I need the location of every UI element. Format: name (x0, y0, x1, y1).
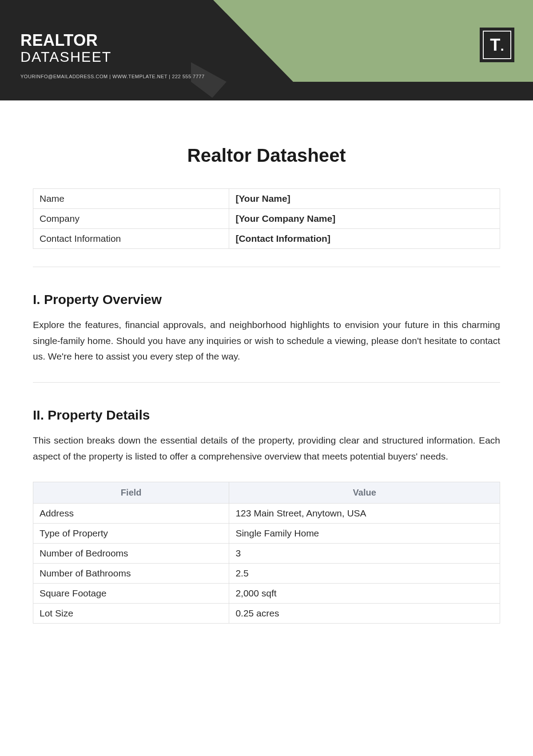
section-heading-overview: I. Property Overview (33, 292, 500, 307)
divider (33, 382, 500, 383)
section-body-details: This section breaks down the essential d… (33, 432, 500, 464)
logo-icon: T. (483, 31, 511, 59)
table-row: Lot Size 0.25 acres (33, 604, 500, 624)
detail-label: Type of Property (33, 524, 229, 544)
table-row: Square Footage 2,000 sqft (33, 584, 500, 604)
column-header-value: Value (229, 482, 500, 504)
detail-value: 2,000 sqft (229, 584, 500, 604)
column-header-field: Field (33, 482, 229, 504)
detail-label: Square Footage (33, 584, 229, 604)
table-row: Type of Property Single Family Home (33, 524, 500, 544)
info-value: [Contact Information] (229, 229, 500, 249)
table-row: Company [Your Company Name] (33, 209, 500, 229)
document-body: Realtor Datasheet Name [Your Name] Compa… (0, 100, 533, 624)
detail-label: Lot Size (33, 604, 229, 624)
detail-value: 0.25 acres (229, 604, 500, 624)
header-wedge-shape (191, 62, 227, 98)
section-body-overview: Explore the features, financial approval… (33, 317, 500, 364)
detail-value: Single Family Home (229, 524, 500, 544)
table-row: Number of Bathrooms 2.5 (33, 564, 500, 584)
detail-value: 2.5 (229, 564, 500, 584)
divider (33, 267, 500, 267)
header-title-line1: REALTOR (20, 31, 111, 50)
document-header: T. REALTOR DATASHEET YOURINFO@EMAILADDRE… (0, 0, 533, 100)
table-row: Name [Your Name] (33, 189, 500, 209)
header-contact-line: YOURINFO@EMAILADDRESS.COM | WWW.TEMPLATE… (20, 74, 205, 79)
logo-letter: T (490, 32, 500, 58)
info-label: Name (33, 189, 229, 209)
detail-value: 123 Main Street, Anytown, USA (229, 504, 500, 524)
property-details-table: Field Value Address 123 Main Street, Any… (33, 482, 500, 624)
logo-dot: . (500, 33, 504, 60)
section-heading-details: II. Property Details (33, 408, 500, 423)
table-row: Address 123 Main Street, Anytown, USA (33, 504, 500, 524)
info-label: Contact Information (33, 229, 229, 249)
contact-info-table: Name [Your Name] Company [Your Company N… (33, 188, 500, 249)
header-title-block: REALTOR DATASHEET (20, 31, 111, 65)
header-title-line2: DATASHEET (20, 49, 111, 65)
page-title: Realtor Datasheet (33, 145, 500, 166)
detail-label: Number of Bedrooms (33, 544, 229, 564)
logo-badge: T. (480, 28, 514, 62)
table-header-row: Field Value (33, 482, 500, 504)
detail-value: 3 (229, 544, 500, 564)
info-label: Company (33, 209, 229, 229)
detail-label: Number of Bathrooms (33, 564, 229, 584)
table-row: Contact Information [Contact Information… (33, 229, 500, 249)
info-value: [Your Name] (229, 189, 500, 209)
info-value: [Your Company Name] (229, 209, 500, 229)
table-row: Number of Bedrooms 3 (33, 544, 500, 564)
detail-label: Address (33, 504, 229, 524)
